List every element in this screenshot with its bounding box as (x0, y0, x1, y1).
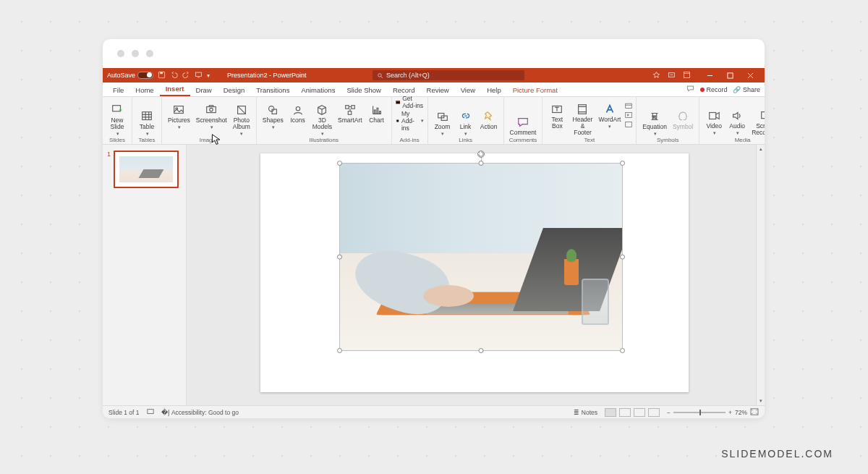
comment-button[interactable]: Comment (508, 115, 539, 136)
tab-file[interactable]: File (107, 84, 129, 96)
slideshow-view-button[interactable] (648, 408, 660, 417)
zoom-button[interactable]: Zoom (432, 109, 454, 136)
link-button[interactable]: Link (455, 109, 477, 136)
tab-insert[interactable]: Insert (160, 82, 190, 96)
accessibility-status[interactable]: �إ Accessibility: Good to go (161, 409, 239, 416)
header-footer-button[interactable]: Header & Footer (569, 102, 595, 136)
equation-button[interactable]: πEquation (640, 109, 669, 136)
resize-handle-ne[interactable] (620, 161, 625, 166)
slide-thumbnail-pane[interactable]: 1 (103, 145, 187, 405)
video-button[interactable]: Video (703, 109, 725, 135)
slide-number-icon[interactable]: # (625, 111, 632, 120)
coming-soon-icon[interactable] (668, 71, 676, 80)
ribbon-mode-icon[interactable] (683, 71, 691, 80)
tab-picture-format[interactable]: Picture Format (507, 84, 563, 96)
autosave-toggle[interactable]: AutoSave (107, 72, 153, 79)
textbox-button[interactable]: Text Box (546, 102, 568, 130)
photo-album-button[interactable]: Photo Album (231, 103, 252, 136)
tab-home[interactable]: Home (129, 84, 159, 96)
close-button[interactable] (740, 68, 760, 82)
chart-button[interactable]: Chart (366, 103, 388, 124)
table-button[interactable]: Table (136, 109, 158, 136)
resize-handle-sw[interactable] (337, 348, 342, 353)
tab-design[interactable]: Design (218, 84, 251, 96)
new-slide-icon (110, 103, 124, 117)
svg-rect-9 (174, 106, 184, 113)
textbox-icon (550, 103, 564, 116)
addins-icon (396, 117, 399, 124)
resize-handle-e[interactable] (620, 255, 625, 260)
new-slide-button[interactable]: New Slide (106, 103, 128, 136)
fit-to-window-button[interactable] (750, 408, 759, 417)
resize-handle-s[interactable] (478, 348, 483, 353)
resize-handle-nw[interactable] (337, 161, 342, 166)
icons-button[interactable]: Icons (287, 103, 309, 124)
zoom-in-button[interactable]: + (728, 409, 732, 416)
slide-canvas-area[interactable]: ▴ ▾ (187, 145, 765, 405)
resize-handle-n[interactable] (478, 161, 483, 166)
audio-icon (730, 109, 744, 122)
selected-picture[interactable] (340, 164, 622, 350)
sorter-view-button[interactable] (619, 408, 631, 417)
share-button[interactable]: 🔗 Share (733, 86, 760, 93)
slide[interactable] (260, 153, 689, 392)
redo-icon[interactable] (182, 71, 190, 80)
comments-pane-icon[interactable] (686, 85, 694, 94)
svg-rect-23 (379, 111, 380, 114)
video-icon (707, 109, 721, 122)
symbol-button[interactable]: Symbol (671, 109, 695, 130)
object-icon[interactable] (625, 121, 632, 130)
tab-draw[interactable]: Draw (190, 84, 218, 96)
tab-view[interactable]: View (455, 84, 481, 96)
svg-rect-19 (352, 106, 355, 109)
zoom-out-button[interactable]: − (667, 409, 671, 416)
visual-refresh-icon[interactable] (652, 71, 660, 80)
search-box[interactable]: Search (Alt+Q) (373, 70, 524, 80)
save-icon[interactable] (158, 71, 166, 80)
undo-icon[interactable] (170, 71, 178, 80)
chart-icon (370, 103, 384, 117)
action-button[interactable]: Action (478, 109, 500, 130)
minimize-button[interactable] (699, 68, 720, 82)
header-footer-icon (575, 103, 590, 116)
resize-handle-w[interactable] (337, 255, 342, 260)
smartart-button[interactable]: SmartArt (336, 103, 365, 124)
language-icon[interactable] (147, 408, 154, 417)
normal-view-button[interactable] (605, 408, 616, 417)
reading-view-button[interactable] (634, 408, 645, 417)
mac-window-dots (117, 50, 153, 57)
notes-button[interactable]: ≣ Notes (574, 409, 597, 416)
tab-review[interactable]: Review (421, 84, 455, 96)
rotate-handle[interactable] (477, 151, 485, 158)
my-addins-button[interactable]: My Add-ins (396, 110, 424, 132)
slide-indicator[interactable]: Slide 1 of 1 (109, 409, 140, 416)
screen-recording-button[interactable]: Screen Recording (749, 109, 765, 136)
shapes-button[interactable]: Shapes (260, 103, 286, 130)
svg-rect-8 (142, 111, 152, 119)
record-button[interactable]: Record (700, 86, 727, 93)
tab-animations[interactable]: Animations (295, 84, 341, 96)
wordart-button[interactable]: WordArt (597, 102, 623, 129)
tab-slideshow[interactable]: Slide Show (341, 84, 387, 96)
tab-help[interactable]: Help (481, 84, 507, 96)
resize-handle-se[interactable] (620, 348, 625, 353)
audio-button[interactable]: Audio (726, 109, 748, 135)
date-time-icon[interactable] (625, 102, 632, 111)
screenshot-button[interactable]: Screenshot (194, 103, 229, 130)
pictures-button[interactable]: Pictures (166, 103, 192, 130)
get-addins-button[interactable]: Get Add-ins (396, 95, 424, 109)
maximize-button[interactable] (720, 68, 740, 82)
zoom-slider[interactable] (673, 412, 726, 413)
slideshow-icon[interactable] (195, 71, 203, 80)
3d-models-button[interactable]: 3D Models (310, 103, 334, 136)
vertical-scrollbar[interactable]: ▴ ▾ (756, 145, 765, 405)
smartart-icon (343, 103, 357, 117)
autosave-label: AutoSave (107, 72, 135, 79)
svg-rect-7 (113, 106, 121, 111)
zoom-level[interactable]: 72% (735, 409, 747, 416)
slide-thumbnail-1[interactable] (114, 151, 179, 188)
tab-transitions[interactable]: Transitions (250, 84, 295, 96)
thumbnail-number: 1 (107, 151, 111, 188)
svg-text:π: π (652, 113, 656, 119)
screenshot-icon (204, 103, 218, 117)
